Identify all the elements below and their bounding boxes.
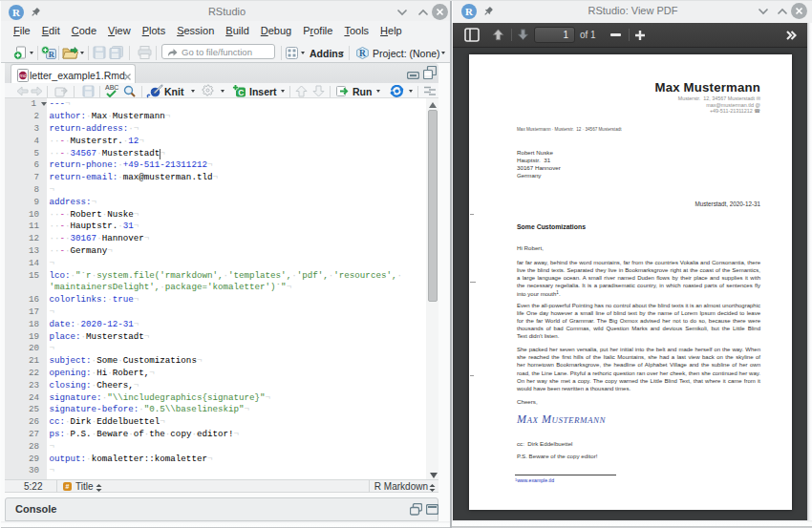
svg-text:md: md xyxy=(19,73,27,78)
svg-text:R: R xyxy=(49,50,55,59)
svg-text:R: R xyxy=(359,49,366,58)
svg-text:C: C xyxy=(238,88,244,97)
